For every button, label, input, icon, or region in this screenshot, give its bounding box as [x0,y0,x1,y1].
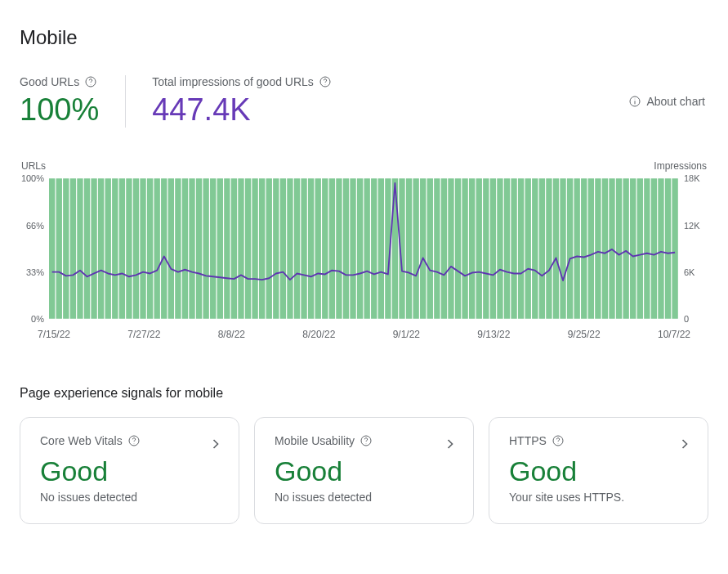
svg-point-6 [635,98,636,99]
svg-rect-43 [245,178,251,319]
x-tick: 9/13/22 [477,329,510,340]
svg-rect-89 [567,178,573,319]
svg-rect-21 [91,178,96,319]
card-core-web-vitals[interactable]: Core Web Vitals Good No issues detected [20,417,239,524]
svg-text:66%: 66% [26,220,44,230]
card-subtitle: No issues detected [275,491,453,504]
svg-point-3 [324,84,325,85]
svg-text:6K: 6K [684,267,695,276]
svg-rect-53 [315,178,321,319]
svg-rect-17 [63,178,69,319]
svg-point-106 [133,443,134,444]
svg-rect-54 [322,178,328,319]
svg-rect-32 [168,178,174,319]
svg-rect-82 [518,178,524,319]
svg-rect-16 [56,178,62,319]
svg-rect-81 [511,178,516,319]
svg-rect-67 [413,178,418,319]
svg-rect-22 [98,178,104,319]
chevron-right-icon [677,436,693,452]
metric-good-urls-value: 100% [20,93,99,128]
svg-rect-97 [623,178,628,319]
signals-title: Page experience signals for mobile [20,386,708,401]
card-subtitle: No issues detected [40,491,219,504]
svg-rect-69 [427,178,433,319]
svg-rect-91 [581,178,587,319]
signal-cards: Core Web Vitals Good No issues detected … [20,417,708,524]
chart-svg: 100%18K66%12K33%6K0%0 [20,175,708,322]
help-icon[interactable] [360,434,373,447]
svg-rect-27 [133,178,139,319]
svg-rect-66 [406,178,412,319]
svg-rect-74 [462,178,467,319]
svg-rect-35 [189,178,194,319]
svg-rect-18 [70,178,76,319]
svg-text:12K: 12K [684,220,700,230]
svg-rect-60 [364,178,370,319]
svg-rect-37 [203,178,208,319]
svg-rect-56 [336,178,342,319]
svg-rect-87 [553,178,559,319]
svg-rect-55 [329,178,335,319]
chevron-right-icon [208,436,224,452]
svg-rect-90 [574,178,580,319]
svg-rect-103 [665,178,671,319]
x-tick: 7/15/22 [38,329,70,340]
svg-rect-57 [343,178,349,319]
svg-rect-20 [84,178,90,319]
svg-rect-34 [182,178,188,319]
y-left-title: URLs [21,160,46,172]
svg-rect-79 [497,178,502,319]
svg-rect-98 [630,178,636,319]
svg-rect-28 [140,178,145,319]
about-chart-label: About chart [646,95,705,108]
card-title: Core Web Vitals [40,434,123,447]
svg-rect-45 [259,178,265,319]
page-title: Mobile [20,26,708,49]
card-mobile-usability[interactable]: Mobile Usability Good No issues detected [254,417,474,524]
metric-good-urls: Good URLs 100% [20,75,126,128]
svg-text:33%: 33% [26,267,44,276]
card-title: HTTPS [509,434,547,447]
help-icon[interactable] [84,75,97,88]
help-icon[interactable] [552,434,565,447]
svg-rect-88 [560,178,565,319]
card-title: Mobile Usability [275,434,355,447]
svg-rect-83 [525,178,531,319]
metrics-row: Good URLs 100% Total impressions of good… [20,75,708,128]
svg-rect-100 [644,178,650,319]
svg-point-110 [557,443,558,444]
svg-rect-47 [273,178,279,319]
svg-rect-15 [49,178,55,319]
svg-rect-26 [126,178,132,319]
svg-rect-25 [119,178,125,319]
svg-rect-78 [490,178,496,319]
card-subtitle: Your site uses HTTPS. [509,491,688,504]
svg-rect-36 [196,178,202,319]
help-icon[interactable] [319,75,332,88]
help-icon[interactable] [127,434,141,447]
svg-rect-68 [420,178,426,319]
svg-rect-48 [280,178,286,319]
svg-rect-77 [483,178,489,319]
svg-rect-46 [266,178,272,319]
chevron-right-icon [442,436,458,452]
x-tick: 9/1/22 [393,329,420,340]
svg-point-108 [366,443,367,444]
svg-rect-96 [616,178,622,319]
svg-point-1 [91,84,92,85]
svg-rect-73 [455,178,461,319]
svg-rect-38 [210,178,216,319]
about-chart-button[interactable]: About chart [625,88,708,114]
x-tick: 8/20/22 [302,329,335,340]
svg-rect-76 [476,178,482,319]
svg-rect-58 [350,178,355,319]
card-status: Good [509,455,688,487]
chart: URLs Impressions 100%18K66%12K33%6K0%0 7… [20,160,708,340]
metric-impressions-value: 447.4K [152,93,332,128]
svg-rect-39 [217,178,223,319]
card-status: Good [40,455,219,487]
x-tick: 7/27/22 [127,329,160,340]
svg-rect-70 [434,178,440,319]
card-https[interactable]: HTTPS Good Your site uses HTTPS. [489,417,708,524]
